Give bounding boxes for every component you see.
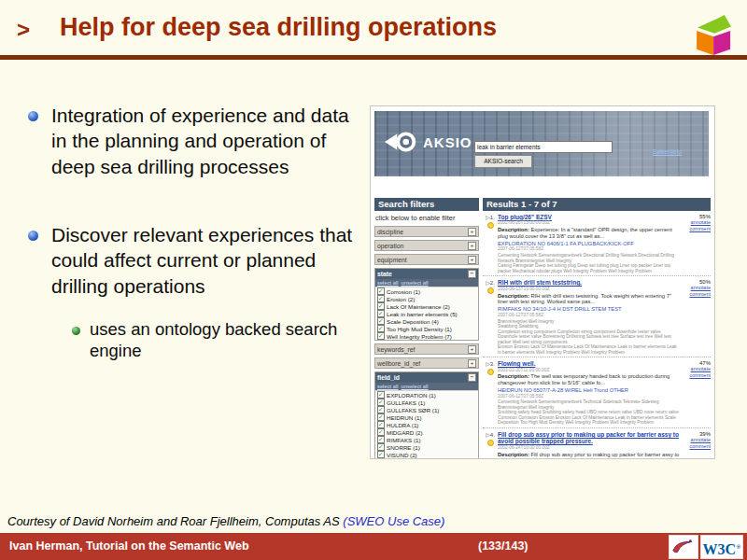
field-option[interactable]: GULLFAKS SØR (1) — [375, 406, 478, 413]
aksio-search-button[interactable]: AKSIO-search — [474, 155, 532, 168]
annotate-link[interactable]: annotate — [683, 366, 711, 372]
checkbox-checked-icon[interactable] — [377, 310, 385, 317]
filter-label: wellbore_id_ref — [377, 360, 420, 367]
checkbox-checked-icon[interactable] — [377, 391, 385, 399]
checkbox-checked-icon[interactable] — [377, 406, 385, 413]
result-title-link[interactable]: Flowing well. — [498, 360, 681, 367]
unselect-all-link[interactable]: unselect all — [402, 384, 429, 389]
courtesy-line: Courtesy of David Norheim and Roar Fjell… — [7, 514, 444, 528]
expand-plus-icon[interactable]: + — [468, 359, 476, 368]
state-option[interactable]: Scale Deposition (4) — [375, 317, 478, 325]
state-option[interactable]: Well Integrity Problem (7) — [375, 332, 478, 340]
field-option[interactable]: GULLFAKS (1) — [375, 399, 478, 406]
checkbox-checked-icon[interactable] — [377, 287, 385, 295]
checkbox-checked-icon[interactable] — [377, 428, 385, 436]
title-chevron: > — [17, 17, 30, 43]
filter-state-header[interactable]: state − — [375, 269, 478, 279]
result-score-column: 50% annotate comment — [683, 279, 711, 355]
checkbox-checked-icon[interactable] — [377, 295, 385, 302]
field-option[interactable]: HEIDRUN (1) — [375, 413, 478, 421]
aksio-logo-text: AKSIO — [423, 134, 472, 150]
lightbulb-icon — [487, 369, 494, 375]
lightbulb-icon — [487, 287, 494, 294]
annotate-link[interactable]: annotate — [683, 285, 711, 291]
state-option[interactable]: Corrosion (1) — [375, 287, 478, 295]
description-label: Description: — [498, 227, 529, 232]
annotate-link[interactable]: annotate — [683, 437, 711, 443]
field-option[interactable]: EXPLORATION (1) — [375, 391, 478, 399]
state-option[interactable]: Leak in barrier elements (5) — [375, 310, 478, 317]
unselect-all-link[interactable]: unselect all — [402, 280, 429, 286]
filter-field-header[interactable]: field_id − — [375, 372, 478, 383]
collapse-minus-icon[interactable]: − — [468, 270, 476, 278]
lightbulb-icon — [487, 440, 494, 446]
annotate-link[interactable]: annotate — [683, 219, 711, 226]
bullet-icon — [28, 111, 38, 121]
checkbox-label: RIMFAKS (1) — [387, 437, 420, 443]
sweo-logo[interactable] — [669, 535, 698, 559]
result-number: 4. — [490, 432, 495, 438]
w3c-logo[interactable]: W3C® — [700, 535, 743, 559]
field-option[interactable]: SNORRE (1) — [375, 443, 478, 451]
checkbox-checked-icon[interactable] — [377, 436, 385, 443]
checkbox-checked-icon[interactable] — [377, 399, 385, 406]
w3c-logo-text: W3C® — [703, 541, 741, 557]
filter-field-panel: field_id − select allunselect all EXPLOR… — [374, 371, 479, 459]
filter-wellbore-id-ref[interactable]: wellbore_id_ref + — [374, 357, 479, 369]
checkbox-checked-icon[interactable] — [377, 302, 385, 310]
filter-keywords-ref[interactable]: keywords_ref + — [374, 343, 479, 355]
slide: > Help for deep sea drilling operations … — [0, 0, 747, 560]
field-option[interactable]: RIMFAKS (1) — [375, 436, 478, 443]
comment-link[interactable]: comment — [683, 226, 711, 232]
result-score-column: 39% annotate comment — [683, 431, 711, 459]
state-option[interactable]: Lack Of Maintenance (2) — [375, 302, 478, 310]
filter-equipment[interactable]: equipment + — [374, 254, 479, 265]
result-date: 2002-06-24T10:00:00.00Z — [498, 445, 681, 451]
expand-plus-icon[interactable]: + — [468, 242, 476, 250]
comment-link[interactable]: comment — [683, 291, 711, 298]
state-option[interactable]: Erosion (2) — [375, 295, 478, 302]
result-body: Flowing well. 2003-02-20T11:00:00.00Z De… — [498, 360, 683, 426]
filter-label: discipline — [377, 229, 403, 235]
select-all-link[interactable]: select all — [377, 280, 399, 286]
search-filters-panel: Search filters click below to enable fil… — [374, 198, 479, 459]
result-description: Description: The well was temporary hand… — [498, 373, 681, 385]
filter-discipline[interactable]: discipline + — [374, 226, 479, 237]
checkbox-checked-icon[interactable] — [377, 325, 385, 332]
search-filters-header: Search filters — [374, 198, 479, 211]
page-number: (133/143) — [478, 539, 529, 553]
result-title-link[interactable]: Top plug/26" EZSV — [498, 214, 681, 220]
expand-plus-icon[interactable]: + — [468, 256, 476, 264]
bullet-item-1: Integration of experience and data in th… — [51, 103, 367, 179]
result-description: Description: Fill drop sub assy prior to… — [498, 452, 681, 459]
checkbox-label: MIDGARD (2) — [387, 429, 423, 436]
checkbox-checked-icon[interactable] — [377, 421, 385, 428]
result-title-link[interactable]: Fill drop sub assy prior to making up pa… — [498, 431, 681, 445]
result-title-link[interactable]: RIH with drill stem teststring. — [498, 279, 681, 286]
field-option[interactable]: MIDGARD (2) — [375, 428, 478, 436]
search-help-link[interactable]: Søkehjelp — [653, 148, 682, 155]
result-gutter: ▷4. — [483, 431, 498, 459]
state-option[interactable]: Too High Mud Density (1) — [375, 325, 478, 332]
comment-link[interactable]: comment — [683, 372, 711, 379]
expand-plus-icon[interactable]: + — [468, 228, 476, 236]
result-date: 2002-06-26T13:00:00.00Z — [498, 220, 681, 226]
comment-link[interactable]: comment — [683, 443, 711, 450]
select-all-link[interactable]: select all — [377, 384, 399, 389]
description-label: Description: — [498, 293, 529, 299]
checkbox-checked-icon[interactable] — [377, 451, 385, 458]
checkbox-checked-icon[interactable] — [377, 443, 385, 451]
checkbox-checked-icon[interactable] — [377, 413, 385, 421]
collapse-minus-icon[interactable]: − — [468, 373, 476, 382]
field-option[interactable]: HULDRA (1) — [375, 421, 478, 428]
checkbox-checked-icon[interactable] — [377, 317, 385, 325]
checkbox-checked-icon[interactable] — [377, 332, 385, 340]
result-item: ▷1. Top plug/26" EZSV 2002-06-26T13:00:0… — [483, 211, 711, 276]
search-input[interactable] — [474, 141, 613, 153]
filter-operation[interactable]: operation + — [374, 240, 479, 251]
sweo-use-case-link[interactable]: (SWEO Use Case) — [343, 514, 444, 528]
field-option[interactable]: VISUND (2) — [375, 451, 478, 458]
sub-bullet-icon — [72, 327, 80, 335]
expand-plus-icon[interactable]: + — [468, 345, 476, 354]
page-title: Help for deep sea drilling operations — [60, 13, 497, 42]
